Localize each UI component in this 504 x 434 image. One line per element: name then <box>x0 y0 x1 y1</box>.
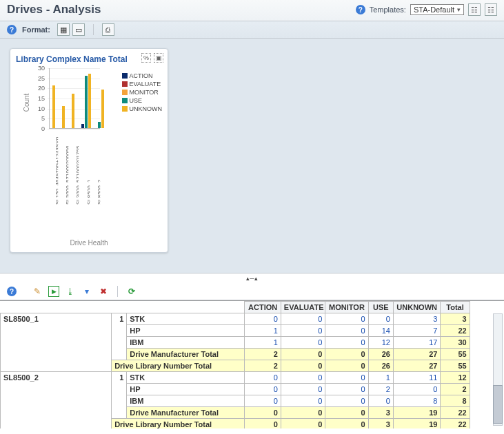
group-number: 1 <box>112 372 127 419</box>
cell: 0 <box>325 337 368 349</box>
cell: 26 <box>368 349 393 360</box>
lib-total-label: Drive Library Number Total <box>112 360 245 372</box>
run-icon[interactable]: ▶ <box>48 286 59 297</box>
legend-item: EVALUATE <box>122 81 163 87</box>
cell: 12 <box>368 337 393 349</box>
cell: 12 <box>441 372 470 384</box>
cell: 22 <box>441 419 470 429</box>
cell: 0 <box>281 360 325 372</box>
layout-single-button[interactable]: ▭ <box>72 23 85 36</box>
cell: 0 <box>281 337 325 349</box>
cell: 0 <box>281 419 325 429</box>
category-label: SL8500_2 <box>97 137 100 205</box>
page-title: Drives - Analysis <box>7 3 101 17</box>
table-row: SL8500_11STK000033 <box>1 313 491 325</box>
format-label: Format: <box>22 25 50 34</box>
mfr-cell: STK <box>127 372 245 384</box>
bar-unknown[interactable] <box>62 106 65 128</box>
bar-unknown[interactable] <box>52 85 55 128</box>
collapse-handle[interactable]: ▴─▴ <box>0 273 504 283</box>
bar-group <box>72 94 74 128</box>
bar-action[interactable] <box>81 124 84 128</box>
category-label: SL8500_1 <box>86 137 90 205</box>
cell: 1 <box>368 372 393 384</box>
legend-item: UNKNOWN <box>122 105 163 112</box>
edit-icon[interactable]: ✎ <box>32 286 43 297</box>
print-button[interactable]: ⎙ <box>102 23 114 36</box>
cell: 0 <box>325 384 368 395</box>
help-icon-toolbar[interactable]: ? <box>7 25 17 34</box>
chart-detach-icon[interactable]: % <box>141 53 151 63</box>
col-use[interactable]: USE <box>368 302 393 313</box>
legend-item: USE <box>122 97 163 104</box>
cell: 1 <box>245 325 281 337</box>
table-header-row: ACTION EVALUATE MONITOR USE UNKNOWN Tota… <box>1 302 491 313</box>
separator <box>117 286 118 297</box>
manage-templates-button[interactable]: ☷ <box>485 3 497 16</box>
cell: 22 <box>441 325 470 337</box>
cell: 0 <box>368 313 393 325</box>
cell: 0 <box>325 407 368 419</box>
cell: 0 <box>325 419 368 429</box>
help-icon[interactable]: ? <box>356 5 365 14</box>
bar-unknown[interactable] <box>88 74 91 128</box>
cell: 0 <box>325 325 368 337</box>
cell: 17 <box>393 337 440 349</box>
cell: 14 <box>368 325 393 337</box>
cell: 3 <box>393 313 440 325</box>
col-unknown[interactable]: UNKNOWN <box>393 302 440 313</box>
bar-use[interactable] <box>98 122 101 128</box>
bar-unknown[interactable] <box>101 90 104 128</box>
col-action[interactable]: ACTION <box>245 302 281 313</box>
bar-group <box>98 90 104 128</box>
template-select[interactable]: STA-Default ▾ <box>410 4 464 15</box>
cell: 0 <box>281 384 325 395</box>
cell: 0 <box>281 407 325 419</box>
save-template-button[interactable]: ☷ <box>468 3 481 16</box>
cell: 19 <box>393 419 440 429</box>
cell: 27 <box>393 360 440 372</box>
filter-icon[interactable]: ▾ <box>81 286 92 297</box>
cell: 0 <box>245 313 281 325</box>
cell: 0 <box>393 384 440 395</box>
cell: 2 <box>368 384 393 395</box>
help-icon-table[interactable]: ? <box>7 287 17 296</box>
legend-item: MONITOR <box>122 89 163 96</box>
scrollbar-thumb[interactable] <box>493 385 503 424</box>
refresh-icon[interactable]: ⟳ <box>126 286 137 297</box>
clear-filter-icon[interactable]: ✖ <box>98 286 109 297</box>
mfr-cell: IBM <box>127 337 245 349</box>
cell: 22 <box>441 407 470 419</box>
category-label: SL3000_571000201755 <box>75 137 79 205</box>
mfr-cell: IBM <box>127 395 245 407</box>
col-monitor[interactable]: MONITOR <box>325 302 368 313</box>
col-evaluate[interactable]: EVALUATE <box>281 302 325 313</box>
layout-grid-button[interactable]: ▦ <box>57 23 70 36</box>
cell: 55 <box>441 360 470 372</box>
page-header: Drives - Analysis ? Templates: STA-Defau… <box>0 0 504 21</box>
lib-total-label: Drive Library Number Total <box>112 419 245 429</box>
export-icon[interactable]: ⭳ <box>65 286 76 297</box>
chart-title: Library Complex Name Total <box>16 54 162 64</box>
table-toolbar: ? ✎ ▶ ⭳ ▾ ✖ ⟳ <box>0 283 504 300</box>
cell: 0 <box>281 325 325 337</box>
chart-y-label: Count <box>23 94 30 112</box>
chart-maximize-icon[interactable]: ▣ <box>154 53 163 63</box>
chart-canvas: % ▣ Library Complex Name Total Count 051… <box>0 39 504 273</box>
mfr-total-label: Drive Manufacturer Total <box>127 349 245 360</box>
cell: 19 <box>393 407 440 419</box>
cell: 0 <box>245 384 281 395</box>
col-total[interactable]: Total <box>441 302 470 313</box>
chart-plot: Count 051015202530 SL150_464970G+1243SY0… <box>35 68 162 137</box>
mfr-cell: STK <box>127 313 245 325</box>
cell: 0 <box>281 372 325 384</box>
bar-group <box>81 74 91 128</box>
cell: 30 <box>441 337 470 349</box>
cell: 27 <box>393 349 440 360</box>
cell: 0 <box>245 419 281 429</box>
bar-unknown[interactable] <box>72 94 74 128</box>
bar-use[interactable] <box>85 76 88 128</box>
bar-group <box>52 85 55 128</box>
pivot-table: ACTION EVALUATE MONITOR USE UNKNOWN Tota… <box>0 301 491 428</box>
chart-legend: ACTIONEVALUATEMONITORUSEUNKNOWN <box>122 72 163 114</box>
